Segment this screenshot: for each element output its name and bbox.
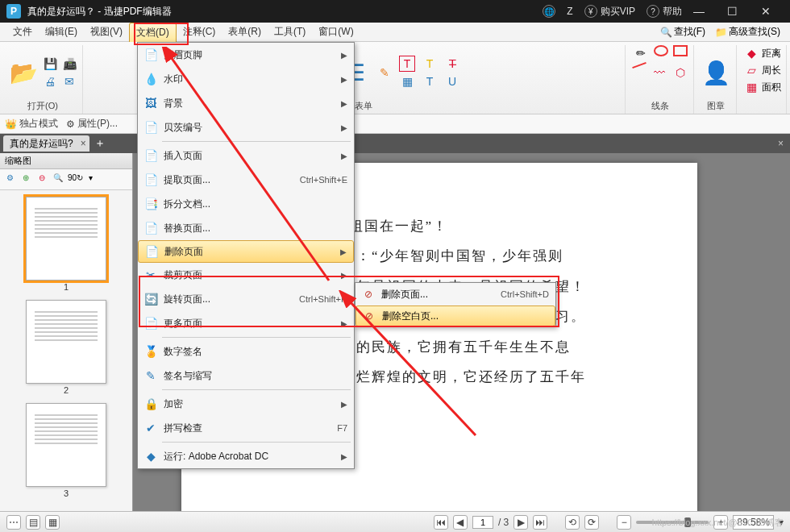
highlight-icon[interactable]: ▦ xyxy=(399,73,415,89)
thumb-more-icon[interactable]: ▾ xyxy=(84,173,97,186)
menu-item[interactable]: ✔拼写检查F7 xyxy=(138,416,354,440)
grid-icon[interactable]: ▦ xyxy=(45,515,60,530)
menu-表单[interactable]: 表单(R) xyxy=(222,23,268,42)
menu-item[interactable]: 📄更多页面▶ xyxy=(138,311,354,335)
find-button[interactable]: 🔍查找(F) xyxy=(657,23,709,40)
menu-item[interactable]: 🖼背景▶ xyxy=(138,91,354,115)
page-layout-icon[interactable]: ▤ xyxy=(26,515,40,530)
thumb-options-icon[interactable]: ⚙ xyxy=(3,173,16,186)
print-icon[interactable]: 🖨 xyxy=(42,73,58,89)
nav-fwd-button[interactable]: ⟳ xyxy=(584,515,599,530)
menu-item[interactable]: 📄插入页面▶ xyxy=(138,143,354,168)
last-page-button[interactable]: ⏭ xyxy=(533,515,547,530)
thumbnail-page[interactable] xyxy=(26,197,106,281)
thumb-zoom-icon[interactable]: 🔍 xyxy=(52,173,64,186)
stamp-icon[interactable]: 👤 xyxy=(701,57,731,88)
text-yellow-icon[interactable]: T xyxy=(422,56,438,72)
open-label: 打开(O) xyxy=(27,100,58,114)
menu-item[interactable]: ✎签名与缩写 xyxy=(138,364,354,388)
area-icon[interactable]: ▦ xyxy=(743,79,759,95)
close-button[interactable]: ✕ xyxy=(761,5,784,18)
secondary-toolbar: 👑独占模式 ⚙属性(P)... xyxy=(0,114,790,134)
document-menu-dropdown: 📄页眉页脚▶💧水印▶🖼背景▶📄贝茨编号▶📄插入页面▶📄提取页面...Ctrl+S… xyxy=(137,42,355,469)
menu-文件[interactable]: 文件 xyxy=(6,23,39,42)
options-icon[interactable]: ⋯ xyxy=(6,515,21,530)
app-logo: P xyxy=(6,4,21,19)
exclusive-mode-button[interactable]: 👑独占模式 xyxy=(5,117,58,131)
thumb-rotate-icon[interactable]: 90↻ xyxy=(68,173,81,186)
vip-button[interactable]: ¥购买VIP xyxy=(584,5,635,19)
menu-item[interactable]: 🔄旋转页面...Ctrl+Shift+R xyxy=(138,287,354,311)
edit-icon[interactable]: ✎ xyxy=(376,64,393,81)
menu-item[interactable]: ✂裁剪页面▶ xyxy=(138,263,354,287)
mail-icon[interactable]: ✉ xyxy=(61,73,77,89)
menu-视图[interactable]: 视图(V) xyxy=(84,23,129,42)
open-icon[interactable]: 📂 xyxy=(8,57,39,88)
thumbnails-panel: 缩略图 ⚙ ⊕ ⊖ 🔍 90↻ ▾ 123 xyxy=(0,153,133,511)
menubar: 文件编辑(E)视图(V)文档(D)注释(C)表单(R)工具(T)窗口(W) 🔍查… xyxy=(0,23,790,42)
menu-窗口[interactable]: 窗口(W) xyxy=(312,23,360,42)
titlebar: P 真的是好运吗？ - 迅捷PDF编辑器 🌐 Z ¥购买VIP ?帮助 — ☐ … xyxy=(0,0,790,23)
menu-item[interactable]: 📄删除页面▶ xyxy=(138,240,354,263)
user-label[interactable]: Z xyxy=(567,6,572,17)
menu-item[interactable]: 📄提取页面...Ctrl+Shift+E xyxy=(138,168,354,192)
zoom-out-button[interactable]: − xyxy=(617,515,631,530)
work-area: 缩略图 ⚙ ⊕ ⊖ 🔍 90↻ ▾ 123 讲的题目是“和祖国在一起”！梁启超曾… xyxy=(0,153,790,511)
prev-page-button[interactable]: ◀ xyxy=(453,515,468,530)
menu-item[interactable]: 📄替换页面... xyxy=(138,216,354,240)
document-tab[interactable]: 真的是好运吗?× xyxy=(3,135,89,152)
underline-icon[interactable]: U xyxy=(444,73,460,89)
menu-文档[interactable]: 文档(D) xyxy=(129,23,177,42)
menu-item[interactable]: 🔒加密▶ xyxy=(138,392,354,416)
globe-icon[interactable]: 🌐 xyxy=(543,5,555,18)
first-page-button[interactable]: ⏮ xyxy=(434,515,448,530)
text-tool-icon[interactable]: T xyxy=(422,73,438,89)
thumb-remove-icon[interactable]: ⊖ xyxy=(35,173,48,186)
delete-page-submenu: ⊘删除页面...Ctrl+Shift+D⊘删除空白页... xyxy=(355,282,556,327)
thumbnails-toolbar: ⚙ ⊕ ⊖ 🔍 90↻ ▾ xyxy=(0,169,132,190)
save-icon[interactable]: 💾 xyxy=(42,56,58,72)
submenu-item[interactable]: ⊘删除空白页... xyxy=(356,305,555,326)
thumb-add-icon[interactable]: ⊕ xyxy=(19,173,32,186)
submenu-item[interactable]: ⊘删除页面...Ctrl+Shift+D xyxy=(356,283,555,305)
rect-shape-icon[interactable] xyxy=(673,45,688,56)
menu-item[interactable]: 💧水印▶ xyxy=(138,67,354,91)
strike-icon[interactable]: T̶ xyxy=(444,56,460,72)
lines-label: 线条 xyxy=(651,100,669,114)
adv-find-button[interactable]: 📁高级查找(S) xyxy=(712,23,784,40)
menu-工具[interactable]: 工具(T) xyxy=(268,23,312,42)
new-tab-button[interactable]: ＋ xyxy=(94,136,106,151)
thumbnail-number: 3 xyxy=(64,488,69,498)
perimeter-icon[interactable]: ▱ xyxy=(743,62,759,78)
menu-item[interactable]: 📑拆分文档... xyxy=(138,192,354,216)
menu-item[interactable]: ◆运行: Adobe Acrobat DC▶ xyxy=(138,444,354,468)
polyline-icon[interactable]: 〰 xyxy=(651,64,667,81)
maximize-button[interactable]: ☐ xyxy=(727,5,750,18)
menu-item[interactable]: 🏅数字签名 xyxy=(138,339,354,364)
page-number-input[interactable] xyxy=(472,516,493,529)
text-box-icon[interactable]: T xyxy=(399,56,415,72)
ellipse-shape-icon[interactable] xyxy=(654,45,668,56)
help-button[interactable]: ?帮助 xyxy=(647,5,682,19)
nav-back-button[interactable]: ⟲ xyxy=(565,515,580,530)
thumbnails-header: 缩略图 xyxy=(0,153,132,169)
tabbar-close-icon[interactable]: × xyxy=(778,138,784,149)
scan-icon[interactable]: 📠 xyxy=(61,56,77,72)
eraser-icon[interactable]: ◆ xyxy=(743,45,759,61)
minimize-button[interactable]: — xyxy=(693,5,716,18)
next-page-button[interactable]: ▶ xyxy=(514,515,528,530)
menu-item[interactable]: 📄页眉页脚▶ xyxy=(138,43,354,67)
images-label: 图章 xyxy=(707,100,725,114)
pencil-icon[interactable]: ✏ xyxy=(633,45,649,61)
menu-编辑[interactable]: 编辑(E) xyxy=(39,23,84,42)
properties-button[interactable]: ⚙属性(P)... xyxy=(66,117,118,131)
line-shape-icon[interactable] xyxy=(632,62,647,69)
close-tab-icon[interactable]: × xyxy=(81,138,86,149)
page-total-label: / 3 xyxy=(498,517,509,528)
polygon-icon[interactable]: ⬡ xyxy=(672,64,688,81)
menu-注释[interactable]: 注释(C) xyxy=(177,23,222,42)
ribbon-toolbar: 📂 💾 🖨 📠 ✉ 打开(O) ✋ ▭ 🔍 🔎 ☰ ✎ T ▦ T xyxy=(0,42,790,114)
thumbnail-page[interactable] xyxy=(26,403,106,487)
menu-item[interactable]: 📄贝茨编号▶ xyxy=(138,115,354,139)
thumbnail-page[interactable] xyxy=(26,300,106,384)
